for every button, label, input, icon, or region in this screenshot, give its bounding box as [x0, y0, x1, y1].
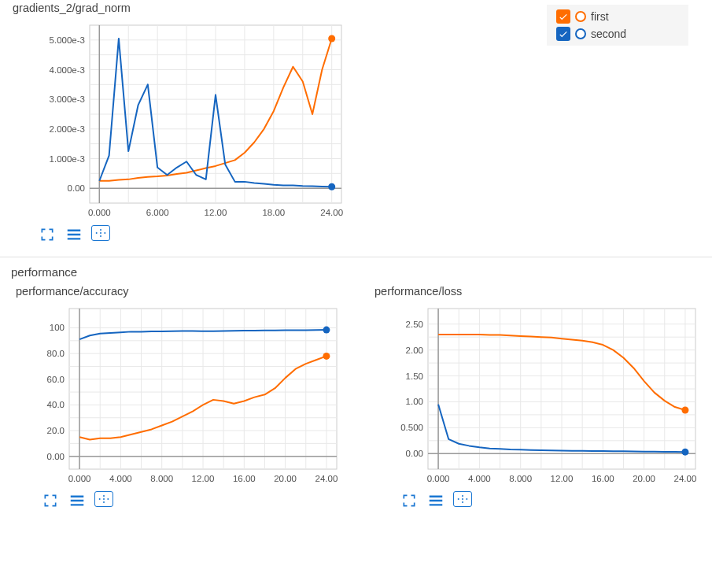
svg-text:20.0: 20.0: [47, 426, 65, 435]
svg-point-130: [458, 498, 459, 500]
chart-toolbar: [373, 488, 703, 510]
svg-text:24.00: 24.00: [315, 474, 338, 483]
svg-text:4.000e-3: 4.000e-3: [50, 65, 85, 75]
fit-domain-icon[interactable]: [91, 225, 110, 241]
list-icon[interactable]: [68, 491, 87, 510]
chart-loss: performance/loss 0.0004.0008.00012.0016.…: [362, 283, 712, 515]
svg-text:8.000: 8.000: [509, 474, 532, 483]
svg-text:80.0: 80.0: [47, 349, 65, 358]
checkbox-icon: [556, 9, 570, 24]
svg-text:16.00: 16.00: [233, 474, 256, 483]
svg-text:60.0: 60.0: [47, 375, 65, 384]
svg-point-129: [681, 449, 688, 456]
svg-point-82: [323, 327, 330, 334]
svg-text:40.0: 40.0: [47, 400, 65, 409]
svg-text:18.00: 18.00: [262, 208, 285, 217]
svg-text:4.000: 4.000: [468, 474, 491, 483]
chart-plot[interactable]: 0.0004.0008.00012.0016.0020.0024.000.002…: [14, 301, 345, 488]
svg-point-134: [462, 501, 463, 503]
svg-text:0.00: 0.00: [47, 452, 65, 461]
svg-text:12.00: 12.00: [551, 474, 574, 483]
svg-point-133: [462, 495, 463, 497]
svg-point-85: [107, 498, 109, 500]
svg-point-132: [466, 498, 467, 500]
svg-text:8.000: 8.000: [150, 474, 173, 483]
section-title[interactable]: performance: [0, 257, 712, 283]
svg-text:20.00: 20.00: [274, 474, 297, 483]
svg-text:5.000e-3: 5.000e-3: [50, 35, 85, 45]
svg-text:0.000: 0.000: [88, 208, 111, 217]
fullscreen-icon[interactable]: [38, 225, 57, 244]
svg-point-39: [100, 229, 101, 231]
svg-point-128: [681, 406, 688, 413]
svg-text:16.00: 16.00: [592, 474, 614, 483]
svg-point-86: [103, 495, 105, 497]
list-icon[interactable]: [426, 491, 445, 510]
svg-point-37: [100, 232, 101, 234]
fit-domain-icon[interactable]: [453, 491, 472, 507]
svg-text:2.000e-3: 2.000e-3: [50, 124, 85, 134]
svg-text:24.00: 24.00: [320, 208, 343, 217]
chart-plot[interactable]: 0.0004.0008.00012.0016.0020.0024.000.000…: [373, 301, 703, 488]
fullscreen-icon[interactable]: [41, 491, 60, 510]
svg-point-40: [100, 235, 101, 237]
svg-text:20.00: 20.00: [633, 474, 655, 483]
svg-text:3.000e-3: 3.000e-3: [50, 94, 85, 104]
chart-title: performance/accuracy: [16, 285, 345, 298]
legend: first second: [547, 5, 688, 46]
checkbox-icon: [556, 27, 570, 41]
svg-text:12.00: 12.00: [205, 208, 227, 217]
svg-text:4.000: 4.000: [109, 474, 132, 483]
legend-label: first: [591, 10, 609, 23]
svg-point-84: [103, 498, 105, 500]
chart-accuracy: performance/accuracy 0.0004.0008.00012.0…: [3, 283, 356, 515]
list-icon[interactable]: [65, 225, 83, 244]
svg-point-35: [328, 183, 335, 190]
svg-point-36: [96, 232, 98, 234]
svg-text:0.500: 0.500: [400, 423, 423, 432]
legend-label: second: [591, 28, 626, 40]
svg-text:100: 100: [50, 323, 65, 332]
svg-text:12.00: 12.00: [192, 474, 215, 483]
svg-point-87: [103, 501, 105, 503]
svg-point-81: [323, 353, 330, 360]
svg-text:0.000: 0.000: [68, 474, 91, 483]
svg-text:0.00: 0.00: [68, 183, 85, 193]
chart-plot[interactable]: 0.0006.00012.0018.0024.000.001.000e-32.0…: [11, 17, 349, 222]
svg-point-38: [104, 232, 105, 234]
legend-item-second[interactable]: second: [556, 27, 679, 41]
svg-text:24.00: 24.00: [674, 474, 697, 483]
svg-text:1.000e-3: 1.000e-3: [50, 154, 85, 164]
chart-toolbar: [11, 222, 701, 244]
svg-text:0.00: 0.00: [406, 449, 423, 458]
svg-text:0.000: 0.000: [427, 474, 450, 483]
legend-item-first[interactable]: first: [556, 9, 679, 24]
svg-text:2.50: 2.50: [406, 320, 423, 329]
svg-text:1.50: 1.50: [406, 372, 423, 381]
series-circle-icon: [575, 11, 586, 22]
fullscreen-icon[interactable]: [400, 491, 419, 510]
fit-domain-icon[interactable]: [94, 491, 113, 507]
svg-text:6.000: 6.000: [146, 208, 169, 217]
svg-point-131: [462, 498, 463, 500]
svg-point-34: [328, 35, 335, 42]
svg-text:1.00: 1.00: [406, 397, 423, 406]
chart-toolbar: [14, 488, 345, 510]
svg-text:2.00: 2.00: [406, 346, 423, 355]
svg-point-83: [99, 498, 101, 500]
series-circle-icon: [575, 28, 586, 39]
chart-title: performance/loss: [374, 285, 703, 298]
